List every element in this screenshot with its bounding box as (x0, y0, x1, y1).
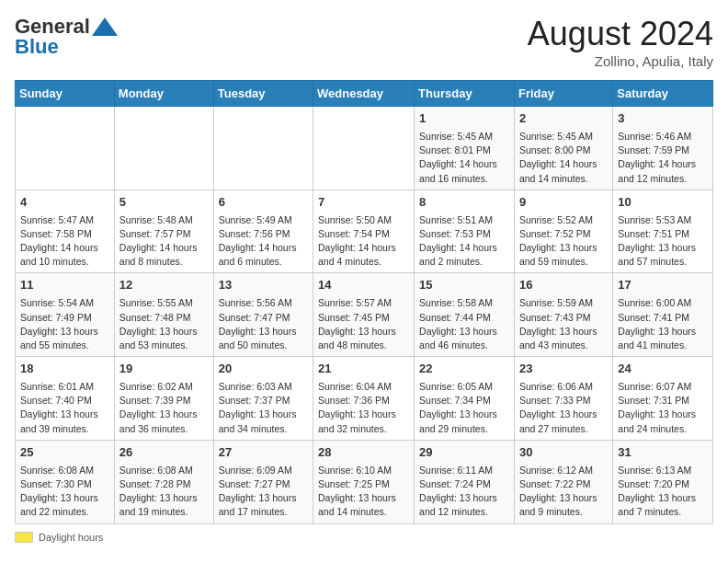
logo: General Blue (15, 15, 118, 59)
day-info: Sunrise: 5:49 AMSunset: 7:56 PMDaylight:… (219, 213, 308, 270)
day-number: 15 (419, 277, 509, 294)
day-info: Sunrise: 5:50 AMSunset: 7:54 PMDaylight:… (318, 213, 409, 270)
calendar-cell: 29Sunrise: 6:11 AMSunset: 7:24 PMDayligh… (415, 440, 515, 523)
day-info: Sunrise: 5:58 AMSunset: 7:44 PMDaylight:… (419, 296, 509, 352)
col-header-tuesday: Tuesday (213, 81, 313, 107)
day-info: Sunrise: 6:06 AMSunset: 7:33 PMDaylight:… (519, 380, 608, 436)
day-number: 23 (519, 361, 608, 378)
calendar-cell (213, 107, 313, 190)
day-info: Sunrise: 6:08 AMSunset: 7:30 PMDaylight:… (20, 464, 109, 520)
day-info: Sunrise: 6:01 AMSunset: 7:40 PMDaylight:… (20, 380, 109, 436)
day-number: 1 (419, 110, 509, 128)
calendar-cell: 20Sunrise: 6:03 AMSunset: 7:37 PMDayligh… (213, 357, 313, 441)
day-info: Sunrise: 5:47 AMSunset: 7:58 PMDaylight:… (20, 213, 109, 270)
col-header-thursday: Thursday (415, 81, 515, 107)
day-number: 18 (20, 361, 109, 378)
day-number: 11 (20, 277, 109, 294)
day-number: 2 (519, 110, 608, 128)
day-number: 26 (119, 444, 209, 462)
day-number: 7 (318, 194, 409, 212)
day-info: Sunrise: 5:53 AMSunset: 7:51 PMDaylight:… (618, 213, 708, 270)
calendar-cell: 2Sunrise: 5:45 AMSunset: 8:00 PMDaylight… (514, 107, 612, 190)
calendar-cell: 24Sunrise: 6:07 AMSunset: 7:31 PMDayligh… (613, 357, 713, 441)
day-number: 19 (119, 361, 209, 378)
calendar-cell: 14Sunrise: 5:57 AMSunset: 7:45 PMDayligh… (313, 273, 415, 357)
day-number: 4 (20, 194, 109, 212)
day-info: Sunrise: 6:02 AMSunset: 7:39 PMDaylight:… (119, 380, 209, 436)
calendar-cell: 27Sunrise: 6:09 AMSunset: 7:27 PMDayligh… (213, 440, 313, 523)
day-info: Sunrise: 6:09 AMSunset: 7:27 PMDaylight:… (219, 464, 308, 520)
calendar-cell: 8Sunrise: 5:51 AMSunset: 7:53 PMDaylight… (415, 190, 515, 273)
logo-blue: Blue (15, 35, 59, 59)
week-row-1: 1Sunrise: 5:45 AMSunset: 8:01 PMDaylight… (16, 107, 713, 190)
calendar-header: SundayMondayTuesdayWednesdayThursdayFrid… (16, 81, 713, 107)
calendar-cell: 31Sunrise: 6:13 AMSunset: 7:20 PMDayligh… (613, 440, 713, 523)
day-info: Sunrise: 5:46 AMSunset: 7:59 PMDaylight:… (618, 130, 708, 186)
day-info: Sunrise: 5:52 AMSunset: 7:52 PMDaylight:… (519, 213, 608, 270)
svg-marker-0 (92, 17, 118, 36)
day-info: Sunrise: 5:54 AMSunset: 7:49 PMDaylight:… (20, 296, 109, 352)
calendar-table: SundayMondayTuesdayWednesdayThursdayFrid… (15, 80, 713, 524)
page-header: General Blue August 2024 Zollino, Apulia… (15, 15, 713, 69)
day-info: Sunrise: 6:12 AMSunset: 7:22 PMDaylight:… (519, 464, 608, 520)
day-number: 10 (618, 194, 708, 212)
week-row-5: 25Sunrise: 6:08 AMSunset: 7:30 PMDayligh… (16, 440, 713, 523)
day-info: Sunrise: 6:03 AMSunset: 7:37 PMDaylight:… (219, 380, 308, 436)
day-number: 3 (618, 110, 708, 128)
day-info: Sunrise: 6:11 AMSunset: 7:24 PMDaylight:… (419, 464, 509, 520)
daylight-swatch (15, 532, 33, 543)
day-number: 5 (119, 194, 209, 212)
week-row-3: 11Sunrise: 5:54 AMSunset: 7:49 PMDayligh… (16, 273, 713, 357)
col-header-sunday: Sunday (16, 81, 115, 107)
calendar-cell (16, 107, 115, 190)
day-number: 24 (618, 361, 708, 378)
month-year: August 2024 (528, 15, 713, 53)
location: Zollino, Apulia, Italy (528, 53, 713, 69)
day-info: Sunrise: 5:45 AMSunset: 8:00 PMDaylight:… (519, 130, 608, 186)
day-number: 31 (618, 444, 708, 462)
day-number: 20 (219, 361, 308, 378)
day-number: 9 (519, 194, 608, 212)
calendar-cell (114, 107, 213, 190)
day-number: 16 (519, 277, 608, 294)
col-header-monday: Monday (114, 81, 213, 107)
calendar-cell: 30Sunrise: 6:12 AMSunset: 7:22 PMDayligh… (514, 440, 612, 523)
day-info: Sunrise: 6:10 AMSunset: 7:25 PMDaylight:… (318, 464, 409, 520)
calendar-cell: 11Sunrise: 5:54 AMSunset: 7:49 PMDayligh… (16, 273, 115, 357)
day-number: 22 (419, 361, 509, 378)
title-block: August 2024 Zollino, Apulia, Italy (528, 15, 713, 69)
calendar-cell: 21Sunrise: 6:04 AMSunset: 7:36 PMDayligh… (313, 357, 415, 441)
calendar-cell: 28Sunrise: 6:10 AMSunset: 7:25 PMDayligh… (313, 440, 415, 523)
footer-note: Daylight hours (15, 532, 713, 543)
day-info: Sunrise: 5:56 AMSunset: 7:47 PMDaylight:… (219, 296, 308, 352)
day-number: 13 (219, 277, 308, 294)
calendar-cell: 26Sunrise: 6:08 AMSunset: 7:28 PMDayligh… (114, 440, 213, 523)
calendar-cell: 23Sunrise: 6:06 AMSunset: 7:33 PMDayligh… (514, 357, 612, 441)
day-info: Sunrise: 6:00 AMSunset: 7:41 PMDaylight:… (618, 296, 708, 352)
calendar-cell: 6Sunrise: 5:49 AMSunset: 7:56 PMDaylight… (213, 190, 313, 273)
day-number: 6 (219, 194, 308, 212)
day-number: 29 (419, 444, 509, 462)
calendar-cell: 7Sunrise: 5:50 AMSunset: 7:54 PMDaylight… (313, 190, 415, 273)
day-info: Sunrise: 5:55 AMSunset: 7:48 PMDaylight:… (119, 296, 209, 352)
calendar-cell: 12Sunrise: 5:55 AMSunset: 7:48 PMDayligh… (114, 273, 213, 357)
day-info: Sunrise: 5:59 AMSunset: 7:43 PMDaylight:… (519, 296, 608, 352)
calendar-cell: 4Sunrise: 5:47 AMSunset: 7:58 PMDaylight… (16, 190, 115, 273)
day-info: Sunrise: 6:04 AMSunset: 7:36 PMDaylight:… (318, 380, 409, 436)
calendar-cell: 17Sunrise: 6:00 AMSunset: 7:41 PMDayligh… (613, 273, 713, 357)
day-info: Sunrise: 6:08 AMSunset: 7:28 PMDaylight:… (119, 464, 209, 520)
col-header-saturday: Saturday (613, 81, 713, 107)
col-header-wednesday: Wednesday (313, 81, 415, 107)
calendar-cell: 18Sunrise: 6:01 AMSunset: 7:40 PMDayligh… (16, 357, 115, 441)
day-info: Sunrise: 6:07 AMSunset: 7:31 PMDaylight:… (618, 380, 708, 436)
calendar-cell: 22Sunrise: 6:05 AMSunset: 7:34 PMDayligh… (415, 357, 515, 441)
calendar-cell: 9Sunrise: 5:52 AMSunset: 7:52 PMDaylight… (514, 190, 612, 273)
day-info: Sunrise: 6:13 AMSunset: 7:20 PMDaylight:… (618, 464, 708, 520)
daylight-label: Daylight hours (39, 532, 103, 543)
calendar-cell: 15Sunrise: 5:58 AMSunset: 7:44 PMDayligh… (415, 273, 515, 357)
day-number: 8 (419, 194, 509, 212)
calendar-cell: 13Sunrise: 5:56 AMSunset: 7:47 PMDayligh… (213, 273, 313, 357)
calendar-cell: 19Sunrise: 6:02 AMSunset: 7:39 PMDayligh… (114, 357, 213, 441)
day-number: 30 (519, 444, 608, 462)
day-info: Sunrise: 6:05 AMSunset: 7:34 PMDaylight:… (419, 380, 509, 436)
